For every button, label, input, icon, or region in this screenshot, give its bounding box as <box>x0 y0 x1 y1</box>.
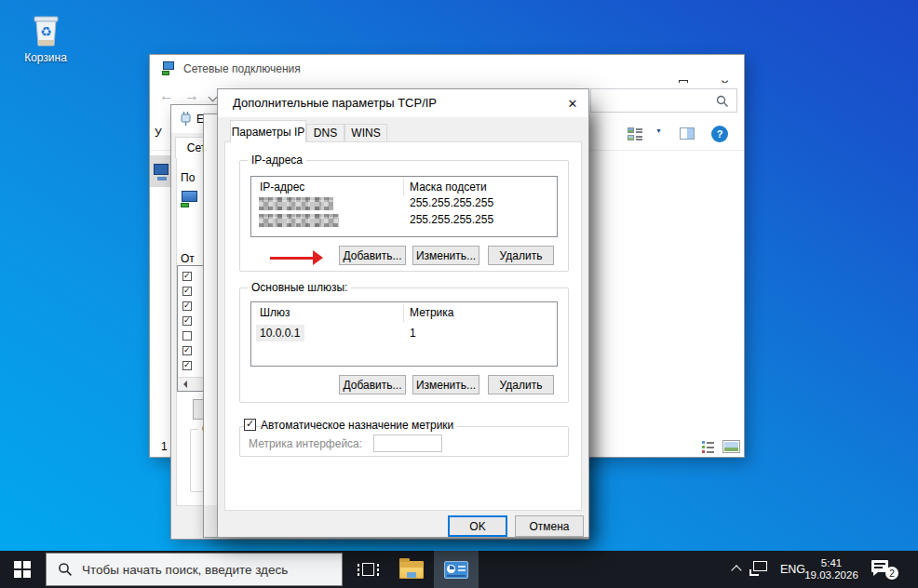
ip-addresses-legend: IP-адреса <box>248 154 306 167</box>
organize-button[interactable]: У <box>155 127 162 140</box>
component-checkbox[interactable] <box>182 272 192 281</box>
dialog-titlebar: Дополнительные параметры TCP/IP ✕ <box>218 89 588 117</box>
notification-count-badge: 2 <box>885 567 898 580</box>
network-connections-app-icon <box>444 561 468 579</box>
auto-metric-label: Автоматическое назначение метрики <box>261 419 457 432</box>
component-checkbox[interactable] <box>182 346 192 355</box>
preview-pane-icon[interactable] <box>680 127 695 140</box>
view-options-icon[interactable] <box>628 127 642 140</box>
component-checkbox[interactable] <box>182 361 192 370</box>
gateway-value: 10.0.0.1 <box>260 327 300 340</box>
scroll-left-icon[interactable] <box>178 378 192 391</box>
tray-clock[interactable]: 5:41 19.03.2026 <box>803 557 860 581</box>
tab-ip-settings[interactable]: Параметры IP <box>230 120 306 142</box>
recycle-bin[interactable]: ♻ Корзина <box>13 9 78 64</box>
task-view-icon <box>358 562 380 578</box>
view-options-dropdown-icon[interactable]: ▼ <box>655 127 662 134</box>
back-icon[interactable]: ← <box>159 87 174 104</box>
svg-text:♻: ♻ <box>40 24 52 39</box>
component-checkbox[interactable] <box>182 331 192 341</box>
auto-metric-checkbox[interactable] <box>244 419 256 431</box>
component-checkbox[interactable] <box>182 287 192 296</box>
start-button[interactable] <box>0 551 45 588</box>
interface-metric-input[interactable] <box>373 434 442 452</box>
column-header-metric: Метрика <box>410 306 453 319</box>
ip-remove-button[interactable]: Удалить <box>488 246 554 265</box>
column-header-gateway: Шлюз <box>260 306 290 319</box>
tray-chevron-icon[interactable] <box>731 565 741 575</box>
explorer-search-box[interactable] <box>590 88 737 113</box>
network-connections-window-icon <box>161 61 176 76</box>
cancel-button[interactable]: Отмена <box>515 515 584 537</box>
forward-icon[interactable]: → <box>184 87 199 104</box>
status-item-count: 1 <box>161 440 168 453</box>
advanced-tcpip-dialog: Дополнительные параметры TCP/IP ✕ Параме… <box>217 88 589 538</box>
connection-through-label: По <box>181 171 195 184</box>
column-header-mask: Маска подсети <box>410 180 487 194</box>
column-divider <box>403 304 404 322</box>
task-view-button[interactable] <box>348 551 389 588</box>
thumbnail-view-icon[interactable] <box>722 440 740 453</box>
main-titlebar: Сетевые подключения ✕ <box>150 55 744 83</box>
dialog-close-icon[interactable]: ✕ <box>560 92 585 114</box>
component-checkbox[interactable] <box>182 316 192 326</box>
network-connections-taskbar-button[interactable] <box>434 551 479 588</box>
tab-dns[interactable]: DNS <box>306 124 344 142</box>
dialog-title: Дополнительные параметры TCP/IP <box>233 96 437 110</box>
subnet-mask-value: 255.255.255.255 <box>410 196 493 209</box>
ip-edit-button[interactable]: Изменить... <box>412 246 479 265</box>
components-label: От <box>181 252 195 265</box>
search-icon <box>716 95 729 108</box>
gateway-edit-button[interactable]: Изменить... <box>412 375 479 394</box>
tray-network-icon[interactable] <box>749 561 770 577</box>
taskbar-search-box[interactable] <box>46 553 343 586</box>
column-divider <box>403 179 404 196</box>
gateways-legend: Основные шлюзы: <box>248 281 351 294</box>
gateways-list[interactable]: Шлюз Метрика 10.0.0.1 1 <box>250 301 558 367</box>
nav-dropdown-icon[interactable] <box>209 93 218 102</box>
desktop: ♻ Корзина Сетевые подключения ✕ ← → <box>0 0 918 588</box>
column-header-ip: IP-адрес <box>260 180 304 194</box>
taskbar: ENG 5:41 19.03.2026 2 <box>0 551 918 588</box>
recycle-bin-icon: ♻ <box>29 9 62 48</box>
tab-wins-label: WINS <box>351 127 380 140</box>
tray-time: 5:41 <box>803 557 860 569</box>
file-explorer-icon <box>399 561 424 579</box>
details-view-icon[interactable] <box>702 441 715 453</box>
tab-dns-label: DNS <box>314 127 337 140</box>
ok-button[interactable]: OK <box>448 515 507 537</box>
component-checkbox[interactable] <box>182 301 192 311</box>
adapter-icon <box>180 190 200 208</box>
interface-metric-label: Метрика интерфейса: <box>249 437 362 450</box>
tab-wins[interactable]: WINS <box>344 124 387 142</box>
main-window-title: Сетевые подключения <box>183 62 301 75</box>
tray-date: 19.03.2026 <box>803 569 860 581</box>
recycle-bin-label: Корзина <box>13 51 78 64</box>
tab-ip-settings-label: Параметры IP <box>232 126 305 139</box>
gateway-remove-button[interactable]: Удалить <box>488 375 554 394</box>
redacted-ip-value <box>259 214 339 227</box>
gateway-metric-value: 1 <box>410 327 416 340</box>
help-icon[interactable]: ? <box>711 126 728 142</box>
gateway-add-button[interactable]: Добавить... <box>339 375 406 394</box>
file-explorer-button[interactable] <box>391 551 432 588</box>
subnet-mask-value: 255.255.255.255 <box>410 213 493 226</box>
taskbar-search-input[interactable] <box>82 563 315 577</box>
search-icon <box>58 562 73 577</box>
ip-add-button[interactable]: Добавить... <box>339 246 406 265</box>
redacted-ip-value <box>259 197 333 210</box>
ethernet-plug-icon <box>179 111 193 127</box>
windows-logo-icon <box>14 561 31 578</box>
ip-addresses-list[interactable]: IP-адрес Маска подсети 255.255.255.255 2… <box>250 176 558 237</box>
